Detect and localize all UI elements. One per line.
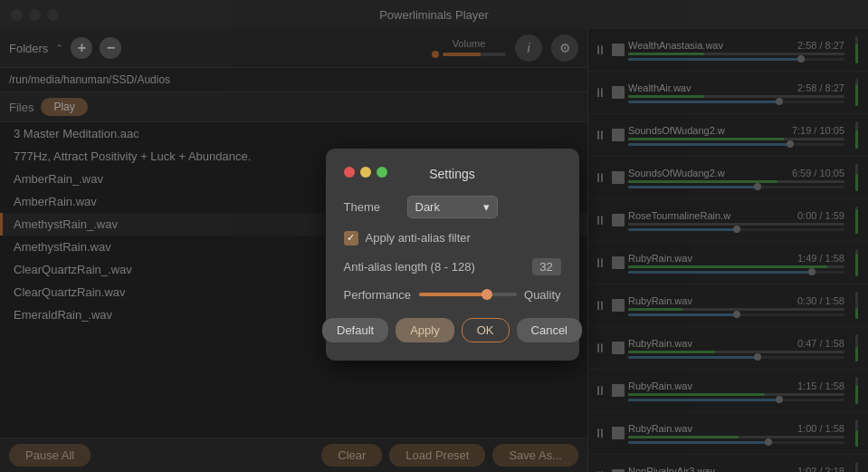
antialias-checkbox-label: Apply anti-alias filter [366, 231, 471, 245]
theme-label: Theme [344, 200, 398, 214]
apply-button[interactable]: Apply [396, 318, 454, 342]
theme-row: Theme Dark ▾ [344, 196, 561, 218]
default-button[interactable]: Default [322, 318, 388, 342]
settings-dialog: Settings Theme Dark ▾ ✓ Apply anti-alias… [326, 149, 579, 361]
performance-slider-fill [419, 293, 488, 296]
dialog-minimize-button[interactable] [360, 167, 371, 178]
antialias-checkbox-row: ✓ Apply anti-alias filter [344, 231, 561, 246]
performance-label: Performance [344, 288, 412, 302]
dialog-close-button[interactable] [344, 167, 355, 178]
settings-overlay: Settings Theme Dark ▾ ✓ Apply anti-alias… [0, 0, 868, 472]
chevron-down-icon: ▾ [483, 200, 490, 214]
antialias-checkbox[interactable]: ✓ [344, 231, 358, 246]
performance-slider-knob[interactable] [482, 289, 492, 300]
quality-label: Quality [524, 288, 560, 302]
checkmark-icon: ✓ [347, 232, 355, 244]
performance-slider[interactable] [419, 293, 518, 296]
performance-row: Performance Quality [344, 288, 561, 302]
theme-select[interactable]: Dark ▾ [407, 196, 498, 218]
dialog-maximize-button[interactable] [377, 167, 387, 178]
cancel-button[interactable]: Cancel [517, 318, 582, 342]
antialias-length-label: Anti-alias length (8 - 128) [344, 260, 525, 274]
antialias-length-row: Anti-alias length (8 - 128) 32 [344, 258, 561, 275]
antialias-length-value: 32 [532, 258, 561, 275]
theme-value: Dark [415, 200, 440, 214]
dialog-buttons: Default Apply OK Cancel [344, 318, 561, 342]
ok-button[interactable]: OK [462, 318, 510, 342]
